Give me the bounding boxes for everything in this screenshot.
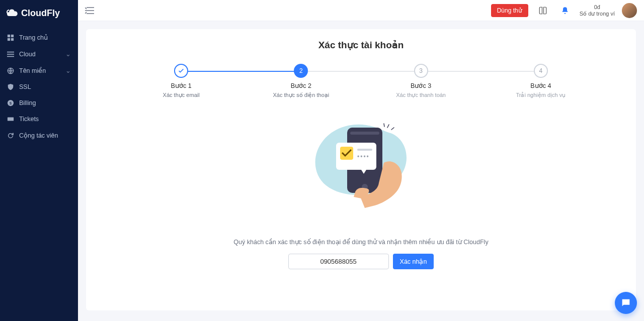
brand-name: CloudFly: [21, 8, 60, 19]
step-sub: Xác thực số điện thoại: [241, 91, 361, 98]
globe-icon: [7, 67, 14, 74]
sidebar-item-label: Cộng tác viên: [19, 132, 58, 139]
svg-text:••••: ••••: [357, 153, 370, 160]
svg-rect-5: [7, 54, 14, 55]
sidebar: CloudFly Trang chủ Cloud ⌄ Tên miền ⌄ SS…: [0, 0, 78, 321]
balance-amount: 0đ: [594, 4, 600, 11]
step-circle: 3: [414, 64, 428, 78]
docs-icon[interactable]: [535, 3, 550, 18]
step-circle: [174, 64, 188, 78]
list-icon: [7, 51, 14, 58]
step-4: 4 Bước 4 Trải nghiệm dịch vụ: [481, 64, 601, 98]
sidebar-nav: Trang chủ Cloud ⌄ Tên miền ⌄ SSL $ Billi…: [0, 26, 78, 144]
confirm-button[interactable]: Xác nhận: [393, 254, 434, 269]
step-3: 3 Bước 3 Xác thực thanh toán: [361, 64, 481, 98]
svg-rect-10: [8, 118, 14, 121]
step-2: 2 Bước 2 Xác thực số điện thoại: [241, 64, 361, 98]
svg-text:$: $: [10, 101, 12, 105]
step-label: Bước 2: [241, 82, 361, 89]
avatar[interactable]: [622, 3, 637, 18]
step-circle: 2: [294, 64, 308, 78]
description-text: Quý khách cần xác thực số điện thoại để …: [106, 238, 616, 246]
sidebar-item-cloud[interactable]: Cloud ⌄: [0, 46, 78, 62]
page-title: Xác thực tài khoản: [106, 39, 616, 51]
step-label: Bước 4: [481, 82, 601, 89]
step-sub: Xác thực email: [121, 91, 241, 98]
sidebar-item-billing[interactable]: $ Billing: [0, 95, 78, 111]
balance-label: Số dư trong ví: [580, 11, 615, 17]
sidebar-item-label: SSL: [19, 83, 31, 90]
sidebar-item-label: Cloud: [19, 51, 36, 58]
check-icon: [178, 67, 185, 74]
bell-icon[interactable]: [557, 3, 573, 18]
step-sub: Trải nghiệm dịch vụ: [481, 91, 601, 98]
sidebar-item-tickets[interactable]: Tickets: [0, 111, 78, 127]
verify-card: Xác thực tài khoản Bước 1 Xác thực email…: [86, 29, 636, 310]
svg-rect-6: [7, 56, 14, 57]
svg-rect-17: [357, 149, 372, 151]
step-label: Bước 1: [121, 82, 241, 89]
sidebar-item-label: Trang chủ: [19, 34, 48, 41]
svg-rect-0: [8, 34, 10, 37]
dollar-icon: $: [7, 99, 14, 106]
ticket-icon: [7, 116, 14, 123]
step-1: Bước 1 Xác thực email: [121, 64, 241, 98]
svg-rect-2: [8, 38, 10, 40]
sidebar-item-ssl[interactable]: SSL: [0, 79, 78, 95]
sidebar-item-domain[interactable]: Tên miền ⌄: [0, 62, 78, 79]
sidebar-item-affiliate[interactable]: Cộng tác viên: [0, 127, 78, 144]
step-circle: 4: [534, 64, 548, 78]
wallet-balance[interactable]: 0đ Số dư trong ví: [580, 4, 615, 17]
sidebar-item-home[interactable]: Trang chủ: [0, 29, 78, 46]
chevron-down-icon: ⌄: [65, 67, 71, 74]
sidebar-item-label: Billing: [19, 99, 36, 106]
refresh-icon: [7, 132, 14, 139]
svg-rect-1: [11, 34, 14, 37]
step-sub: Xác thực thanh toán: [361, 91, 481, 98]
svg-rect-4: [7, 51, 14, 52]
illustration: ••••: [106, 113, 616, 229]
menu-toggle-button[interactable]: [85, 7, 94, 14]
sidebar-item-label: Tickets: [19, 116, 39, 123]
chat-icon: [620, 297, 631, 308]
trial-button[interactable]: Dùng thử: [491, 4, 528, 17]
chevron-down-icon: ⌄: [65, 50, 71, 58]
dashboard-icon: [7, 34, 14, 41]
brand-logo[interactable]: CloudFly: [0, 0, 78, 26]
phone-input[interactable]: [288, 254, 389, 269]
verify-form: Xác nhận: [106, 254, 616, 269]
topbar: Dùng thử 0đ Số dư trong ví: [78, 0, 644, 21]
chat-button[interactable]: [615, 292, 637, 314]
shield-icon: [7, 83, 14, 90]
stepper: Bước 1 Xác thực email 2 Bước 2 Xác thực …: [121, 64, 601, 98]
sidebar-item-label: Tên miền: [19, 67, 46, 74]
svg-rect-12: [350, 132, 379, 135]
cloud-icon: [6, 7, 18, 19]
svg-rect-3: [11, 38, 14, 40]
step-label: Bước 3: [361, 82, 481, 89]
